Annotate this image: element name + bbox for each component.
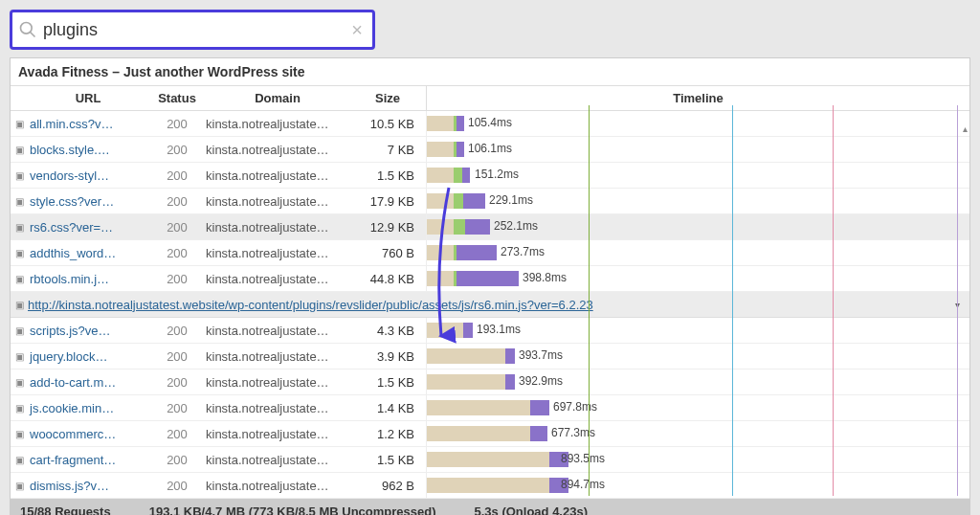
cell-timeline: 393.7ms	[426, 344, 969, 369]
table-row[interactable]: ▣blocks.style.…200kinsta.notrealjustate……	[11, 137, 969, 163]
expand-icon[interactable]: ▣	[11, 377, 28, 388]
cell-size: 1.5 KB	[349, 168, 426, 183]
cell-size: 1.2 KB	[349, 427, 426, 441]
cell-status: 200	[148, 194, 206, 209]
cell-size: 12.9 KB	[349, 220, 426, 235]
header-domain[interactable]: Domain	[206, 86, 349, 110]
table-row[interactable]: ▣vendors-styl…200kinsta.notrealjustate…1…	[11, 163, 969, 189]
cell-status: 200	[148, 168, 206, 183]
cell-timeline: 677.3ms	[426, 421, 969, 446]
cell-timeline: 392.9ms	[426, 369, 969, 394]
cell-size: 3.9 KB	[349, 349, 426, 364]
cell-domain: kinsta.notrealjustate…	[206, 117, 349, 131]
cell-domain: kinsta.notrealjustate…	[206, 324, 349, 338]
cell-timeline: 697.8ms	[426, 395, 969, 420]
cell-timeline: 398.8ms	[426, 266, 969, 291]
table-row[interactable]: ▣scripts.js?ve…200kinsta.notrealjustate……	[11, 318, 969, 344]
cell-domain: kinsta.notrealjustate…	[206, 194, 349, 209]
expand-icon[interactable]: ▣	[11, 403, 28, 414]
search-input[interactable]	[43, 20, 347, 40]
network-panel: ▴ Avada Fitness – Just another WordPress…	[10, 57, 970, 515]
cell-url[interactable]: add-to-cart.m…	[28, 375, 148, 390]
table-header: URL Status Domain Size Timeline	[11, 85, 969, 111]
expand-icon[interactable]: ▣	[11, 274, 28, 284]
expand-icon[interactable]: ▣	[11, 170, 28, 181]
cell-url[interactable]: scripts.js?ve…	[28, 324, 148, 338]
cell-url[interactable]: blocks.style.…	[28, 143, 148, 157]
cell-url[interactable]: addthis_word…	[28, 246, 148, 260]
table-row[interactable]: ▣rbtools.min.j…200kinsta.notrealjustate……	[11, 266, 969, 292]
cell-url[interactable]: rbtools.min.j…	[28, 272, 148, 286]
table-row[interactable]: ▣dismiss.js?v…200kinsta.notrealjustate…9…	[11, 473, 969, 499]
expand-icon[interactable]: ▣	[11, 119, 28, 129]
cell-url[interactable]: cart-fragment…	[28, 453, 148, 467]
cell-url[interactable]: rs6.css?ver=…	[28, 220, 148, 235]
cell-timeline: 106.1ms	[426, 137, 969, 162]
svg-line-1	[31, 33, 35, 37]
cell-url[interactable]: vendors-styl…	[28, 168, 148, 183]
cell-status: 200	[148, 427, 206, 441]
cell-timeline: 894.7ms	[426, 473, 969, 498]
cell-timeline: 193.1ms	[426, 318, 969, 343]
cell-timeline: 273.7ms	[426, 240, 969, 265]
cell-timeline: 105.4ms	[426, 111, 969, 136]
header-status[interactable]: Status	[148, 86, 206, 110]
cell-status: 200	[148, 375, 206, 390]
cell-size: 7 KB	[349, 143, 426, 157]
cell-timeline: 151.2ms	[426, 163, 969, 188]
cell-timeline: 229.1ms	[426, 189, 969, 213]
table-row[interactable]: ▣rs6.css?ver=…200kinsta.notrealjustate…1…	[11, 214, 969, 240]
table-row[interactable]: ▣woocommerc…200kinsta.notrealjustate…1.2…	[11, 421, 969, 447]
table-row[interactable]: ▣add-to-cart.m…200kinsta.notrealjustate……	[11, 369, 969, 395]
search-box[interactable]: ×	[10, 10, 375, 50]
cell-domain: kinsta.notrealjustate…	[206, 375, 349, 390]
cell-size: 1.5 KB	[349, 375, 426, 390]
table-row[interactable]: ▣addthis_word…200kinsta.notrealjustate…7…	[11, 240, 969, 266]
expand-icon[interactable]: ▣	[11, 351, 28, 362]
expand-icon[interactable]: ▣	[11, 481, 28, 491]
cell-status: 200	[148, 479, 206, 493]
cell-status: 200	[148, 246, 206, 260]
cell-timeline: 893.5ms	[426, 447, 969, 472]
dropdown-caret-icon[interactable]: ▾	[955, 300, 960, 310]
cell-status: 200	[148, 272, 206, 286]
expand-icon[interactable]: ▣	[11, 222, 28, 233]
cell-url[interactable]: style.css?ver…	[28, 194, 148, 209]
expand-icon[interactable]: ▣	[11, 325, 28, 336]
cell-url[interactable]: js.cookie.min…	[28, 401, 148, 415]
footer-requests: 15/88 Requests	[20, 504, 111, 515]
svg-point-0	[21, 23, 33, 34]
cell-url[interactable]: all.min.css?v…	[28, 117, 148, 131]
expand-icon[interactable]: ▣	[11, 196, 28, 207]
header-size[interactable]: Size	[349, 86, 426, 110]
cell-domain: kinsta.notrealjustate…	[206, 453, 349, 467]
cell-domain: kinsta.notrealjustate…	[206, 427, 349, 441]
header-timeline[interactable]: Timeline	[426, 86, 969, 110]
page-title: Avada Fitness – Just another WordPress s…	[11, 58, 969, 85]
table-row[interactable]: ▣jquery.block…200kinsta.notrealjustate…3…	[11, 344, 969, 369]
cell-url[interactable]: woocommerc…	[28, 427, 148, 441]
cell-size: 760 B	[349, 246, 426, 260]
cell-url[interactable]: dismiss.js?v…	[28, 479, 148, 493]
expand-icon[interactable]: ▣	[11, 248, 28, 258]
expand-icon[interactable]: ▣	[11, 145, 28, 155]
table-row[interactable]: ▣js.cookie.min…200kinsta.notrealjustate……	[11, 395, 969, 421]
header-url[interactable]: URL	[28, 86, 148, 110]
cell-status: 200	[148, 324, 206, 338]
cell-url[interactable]: jquery.block…	[28, 349, 148, 364]
table-row[interactable]: ▣style.css?ver…200kinsta.notrealjustate……	[11, 189, 969, 214]
expand-icon[interactable]: ▣	[11, 300, 28, 310]
search-icon	[18, 20, 37, 39]
clear-search-button[interactable]: ×	[347, 19, 367, 41]
table-row[interactable]: ▣cart-fragment…200kinsta.notrealjustate……	[11, 447, 969, 473]
cell-status: 200	[148, 349, 206, 364]
table-row[interactable]: ▣all.min.css?v…200kinsta.notrealjustate……	[11, 111, 969, 137]
cell-domain: kinsta.notrealjustate…	[206, 401, 349, 415]
full-url-link[interactable]: http://kinsta.notrealjustatest.website/w…	[28, 298, 593, 312]
cell-domain: kinsta.notrealjustate…	[206, 479, 349, 493]
expand-icon[interactable]: ▣	[11, 429, 28, 439]
cell-domain: kinsta.notrealjustate…	[206, 246, 349, 260]
cell-domain: kinsta.notrealjustate…	[206, 272, 349, 286]
expanded-url-row[interactable]: ▣ http://kinsta.notrealjustatest.website…	[11, 292, 969, 318]
expand-icon[interactable]: ▣	[11, 455, 28, 465]
